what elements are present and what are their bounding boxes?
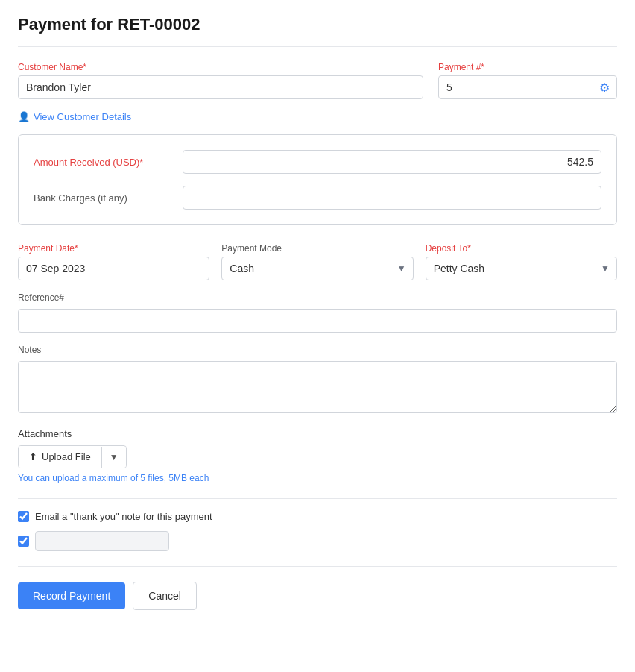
- amount-box: Amount Received (USD)* Bank Charges (if …: [18, 134, 617, 225]
- customer-payment-row: Customer Name* Payment #* ⚙: [18, 62, 617, 99]
- email-checkbox[interactable]: [18, 511, 29, 522]
- payment-number-group: Payment #* ⚙: [438, 62, 617, 99]
- view-customer-link[interactable]: 👤 View Customer Details: [18, 111, 617, 122]
- payment-number-wrap: ⚙: [438, 75, 617, 99]
- bank-charges-input[interactable]: [183, 186, 601, 210]
- upload-hint-prefix: You can upload a maximum of: [18, 473, 140, 483]
- email-input[interactable]: [35, 531, 169, 551]
- payment-number-input[interactable]: [438, 75, 617, 99]
- deposit-to-label: Deposit To*: [426, 243, 617, 254]
- payment-date-group: Payment Date*: [18, 243, 209, 280]
- action-divider: [18, 566, 617, 567]
- upload-file-button[interactable]: ⬆ Upload File: [19, 446, 101, 468]
- upload-hint-highlight: 5 files, 5MB each: [140, 473, 209, 483]
- upload-icon: ⬆: [29, 451, 37, 462]
- bank-charges-row: Bank Charges (if any): [34, 186, 601, 210]
- reference-group: Reference#: [18, 292, 617, 333]
- deposit-to-group: Deposit To* Petty Cash Undeposited Funds…: [426, 243, 617, 280]
- amount-received-input[interactable]: [183, 150, 601, 174]
- customer-name-label: Customer Name*: [18, 62, 423, 72]
- customer-name-group: Customer Name*: [18, 62, 423, 99]
- gear-icon[interactable]: ⚙: [599, 81, 610, 95]
- view-customer-label: View Customer Details: [34, 111, 131, 122]
- bank-charges-label: Bank Charges (if any): [34, 192, 183, 204]
- payment-date-label: Payment Date*: [18, 243, 209, 254]
- email-input-row: [18, 531, 617, 551]
- email-sub-checkbox[interactable]: [18, 536, 29, 547]
- person-icon: 👤: [18, 111, 30, 122]
- reference-label: Reference#: [18, 292, 617, 303]
- page-title: Payment for RET-00002: [18, 15, 617, 34]
- email-section-divider: [18, 498, 617, 499]
- action-buttons: Record Payment Cancel: [18, 582, 617, 610]
- notes-group: Notes: [18, 345, 617, 413]
- upload-dropdown-button[interactable]: ▼: [101, 447, 126, 468]
- attachments-section: Attachments ⬆ Upload File ▼ You can uplo…: [18, 428, 617, 483]
- amount-received-label: Amount Received (USD)*: [34, 157, 183, 168]
- payment-mode-select[interactable]: Cash Check Bank Transfer Credit Card: [221, 257, 413, 280]
- payment-mode-group: Payment Mode Cash Check Bank Transfer Cr…: [221, 243, 413, 280]
- payment-mode-select-wrapper: Cash Check Bank Transfer Credit Card ▼: [221, 257, 413, 280]
- payment-details-row: Payment Date* Payment Mode Cash Check Ba…: [18, 243, 617, 280]
- upload-chevron-icon: ▼: [110, 452, 119, 462]
- payment-date-input[interactable]: [18, 257, 209, 280]
- customer-name-input[interactable]: [18, 75, 423, 99]
- amount-received-input-wrap: [183, 150, 601, 174]
- amount-received-row: Amount Received (USD)*: [34, 150, 601, 174]
- deposit-to-select[interactable]: Petty Cash Undeposited Funds Checking Ac…: [426, 257, 617, 280]
- cancel-button[interactable]: Cancel: [133, 582, 197, 610]
- email-checkbox-label: Email a "thank you" note for this paymen…: [35, 511, 212, 522]
- payment-mode-label: Payment Mode: [221, 243, 413, 254]
- upload-file-label: Upload File: [42, 451, 91, 462]
- title-divider: [18, 46, 617, 47]
- reference-input[interactable]: [18, 309, 617, 333]
- notes-label: Notes: [18, 345, 617, 355]
- notes-textarea[interactable]: [18, 361, 617, 413]
- email-checkbox-row: Email a "thank you" note for this paymen…: [18, 511, 617, 522]
- payment-number-label: Payment #*: [438, 62, 617, 72]
- bank-charges-input-wrap: [183, 186, 601, 210]
- upload-btn-group: ⬆ Upload File ▼: [18, 445, 127, 468]
- attachments-label: Attachments: [18, 428, 617, 439]
- record-payment-button[interactable]: Record Payment: [18, 582, 125, 609]
- upload-hint: You can upload a maximum of 5 files, 5MB…: [18, 473, 617, 483]
- deposit-to-select-wrapper: Petty Cash Undeposited Funds Checking Ac…: [426, 257, 617, 280]
